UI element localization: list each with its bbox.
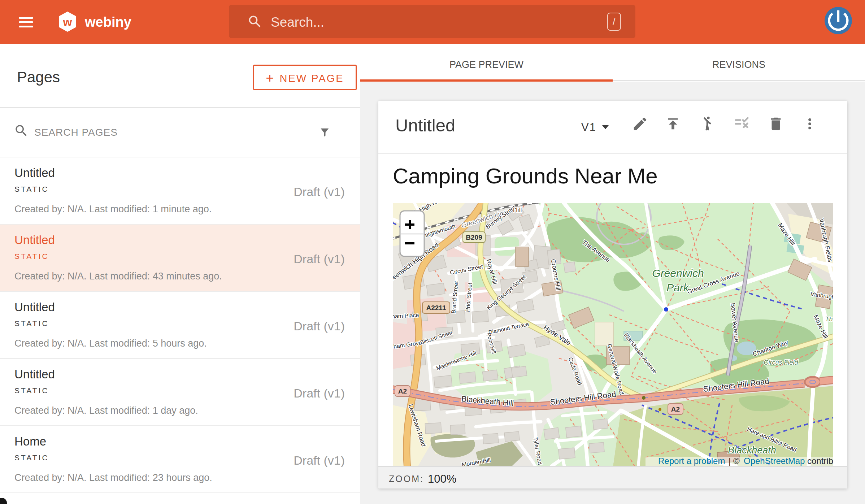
svg-text:Circus Field: Circus Field (764, 359, 798, 366)
svg-text:The: The (825, 316, 833, 323)
svg-text:contributors: contributors (807, 456, 833, 466)
svg-text:Report a problem: Report a problem (658, 456, 725, 466)
svg-text:A2: A2 (671, 405, 680, 413)
svg-text:A2211: A2211 (426, 304, 446, 312)
svg-text:Blackheath: Blackheath (728, 445, 776, 456)
svg-text:B209: B209 (466, 234, 482, 241)
svg-text:Greenwich: Greenwich (652, 267, 704, 279)
svg-text:Hill: Hill (513, 207, 522, 214)
svg-text:Park: Park (666, 282, 690, 294)
svg-text:OpenStreetMap: OpenStreetMap (744, 456, 805, 466)
svg-text:A2: A2 (398, 387, 407, 395)
svg-text:w: w (63, 16, 72, 29)
svg-text:| ©: | © (729, 456, 740, 466)
